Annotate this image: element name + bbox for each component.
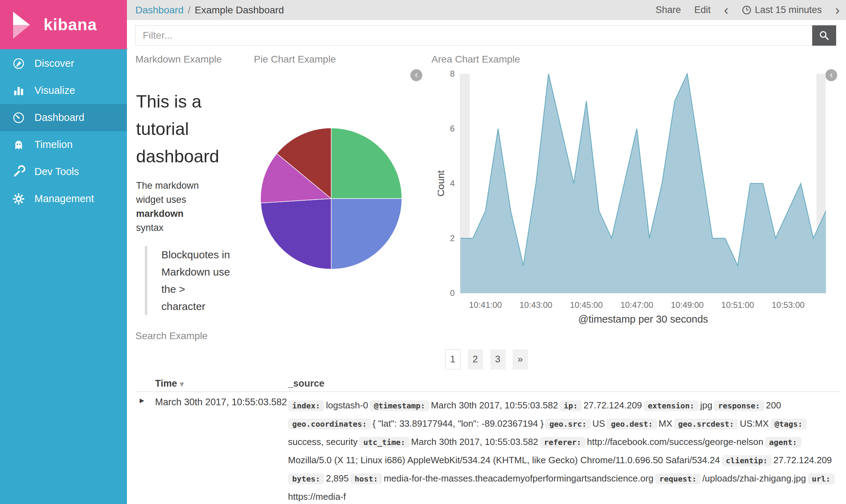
results-table-header: Time▾ _source — [135, 374, 840, 392]
field-key: url: — [808, 473, 835, 484]
sidebar-item-visualize[interactable]: Visualize — [0, 77, 127, 104]
filter-bar — [127, 20, 846, 51]
field-value: 2,895 — [326, 473, 349, 484]
pie-panel-title: Pie Chart Example — [254, 54, 336, 65]
x-tick-label: 10:43:00 — [519, 300, 552, 310]
caret-cell: ▶ — [135, 392, 155, 504]
page-next-button[interactable]: » — [513, 349, 528, 369]
main-area: Dashboard / Example Dashboard Share Edit… — [127, 0, 846, 504]
sidebar-item-label: Timelion — [34, 139, 73, 150]
edit-button[interactable]: Edit — [694, 5, 711, 15]
field-key: index: — [288, 400, 324, 411]
page-button-2[interactable]: 2 — [468, 349, 483, 369]
markdown-widget: This is a tutorial dashboard The markdow… — [136, 88, 257, 315]
time-forward-button[interactable]: › — [835, 4, 840, 17]
x-tick-label: 10:45:00 — [570, 300, 603, 310]
page-button-3[interactable]: 3 — [490, 349, 506, 369]
markdown-paragraph: The markdown widget uses markdown syntax — [136, 179, 212, 235]
pie-slice-green[interactable] — [331, 128, 402, 199]
share-button[interactable]: Share — [655, 5, 681, 15]
field-key: geo.srcdest: — [674, 419, 738, 429]
markdown-paragraph-text: The markdown widget uses — [136, 180, 199, 205]
time-column-header[interactable]: Time▾ — [155, 373, 288, 393]
brand-name: kibana — [44, 15, 97, 34]
field-value: 200 — [766, 400, 781, 411]
pie-slice-blue[interactable] — [331, 199, 402, 269]
expand-row-caret[interactable]: ▶ — [140, 397, 144, 404]
field-key: referer: — [540, 437, 585, 448]
visualize-icon — [12, 84, 25, 97]
sidebar-item-timelion[interactable]: Timelion — [0, 131, 127, 158]
source-column-header: _source — [288, 373, 840, 393]
field-key: bytes: — [288, 473, 324, 484]
topbar: Dashboard / Example Dashboard Share Edit… — [127, 0, 846, 20]
field-value: logstash-0 — [326, 400, 368, 411]
sidebar-item-devtools[interactable]: Dev Tools — [0, 158, 127, 185]
dashboard-content: Markdown Example Pie Chart Example Area … — [127, 51, 846, 504]
breadcrumb-separator: / — [188, 5, 191, 16]
sort-caret-icon: ▾ — [180, 380, 184, 388]
field-value: https://media-f — [288, 491, 346, 502]
page-button-1[interactable]: 1 — [445, 349, 461, 369]
field-key: @tags: — [770, 419, 807, 429]
search-panel-title: Search Example — [135, 330, 207, 342]
markdown-heading: This is a tutorial dashboard — [136, 88, 252, 170]
field-key: geo.dest: — [607, 419, 657, 429]
time-back-button[interactable]: ‹ — [724, 4, 729, 17]
results-table: Time▾ _source ▶March 30th 2017, 10:55:03… — [135, 374, 840, 504]
results-table-body: ▶March 30th 2017, 10:55:03.582index: log… — [135, 392, 840, 504]
discover-icon — [12, 57, 25, 70]
field-key: agent: — [765, 437, 801, 448]
x-tick-label: 10:47:00 — [620, 300, 653, 310]
sidebar-item-label: Management — [34, 193, 94, 205]
field-key: geo.src: — [545, 419, 591, 429]
search-icon — [819, 30, 830, 41]
y-axis-title: Count — [438, 170, 446, 196]
sidebar-item-label: Dev Tools — [34, 166, 79, 177]
area-panel-title: Area Chart Example — [431, 54, 520, 65]
field-value: http://facebook.com/success/george-nelso… — [587, 437, 763, 447]
time-picker-button[interactable]: Last 15 minutes — [742, 5, 822, 15]
field-key: geo.coordinates: — [288, 419, 371, 429]
sidebar-item-label: Dashboard — [34, 112, 84, 123]
y-tick-label: 4 — [450, 179, 455, 188]
field-key: host: — [350, 473, 382, 484]
pie-panel-collapse-button[interactable]: ‹ — [410, 69, 422, 81]
pie-slice-purple[interactable] — [261, 199, 331, 269]
field-key: response: — [714, 400, 764, 411]
field-value: US:MX — [740, 418, 769, 429]
table-row: ▶March 30th 2017, 10:55:03.582index: log… — [135, 392, 840, 504]
sidebar-item-discover[interactable]: Discover — [0, 50, 127, 77]
field-value: media-for-the-masses.theacademyofperform… — [384, 473, 653, 484]
pagination: 1 2 3 » — [127, 349, 846, 369]
dashboard-icon — [12, 111, 25, 124]
filter-input[interactable] — [135, 25, 812, 46]
sidebar-item-management[interactable]: Management — [0, 185, 127, 212]
kibana-app: kibana Discover Visualize — [0, 0, 846, 504]
search-button[interactable] — [812, 25, 836, 46]
field-value: { "lat": 33.89177944, "lon": -89.0236719… — [372, 418, 544, 429]
row-time: March 30th 2017, 10:55:03.582 — [155, 392, 288, 504]
chevron-left-icon: ‹ — [415, 70, 418, 79]
sidebar-item-label: Visualize — [34, 85, 75, 96]
sidebar-item-dashboard[interactable]: Dashboard — [0, 104, 127, 131]
kibana-logo[interactable]: kibana — [0, 0, 127, 49]
management-icon — [12, 192, 25, 206]
breadcrumb-dashboard-link[interactable]: Dashboard — [135, 5, 184, 16]
markdown-paragraph-text: syntax — [136, 222, 164, 233]
field-key: @timestamp: — [370, 400, 429, 411]
sidebar: kibana Discover Visualize — [0, 0, 127, 504]
markdown-paragraph-bold: markdown — [136, 208, 184, 219]
x-tick-label: 10:41:00 — [469, 300, 502, 310]
area-chart: 0246810:41:0010:43:0010:45:0010:47:0010:… — [438, 65, 840, 332]
caret-column-header — [135, 379, 155, 387]
field-value: 27.72.124.209 — [774, 455, 832, 465]
field-key: clientip: — [722, 455, 772, 466]
field-key: utc_time: — [359, 437, 409, 448]
clock-icon — [742, 5, 751, 15]
field-value: success, security — [288, 437, 358, 447]
time-column-label: Time — [155, 378, 177, 389]
markdown-blockquote: Blockquotes in Markdown use the > charac… — [145, 246, 231, 315]
field-value: jpg — [700, 400, 712, 411]
field-value: /uploads/zhai-zhigang.jpg — [702, 473, 806, 484]
